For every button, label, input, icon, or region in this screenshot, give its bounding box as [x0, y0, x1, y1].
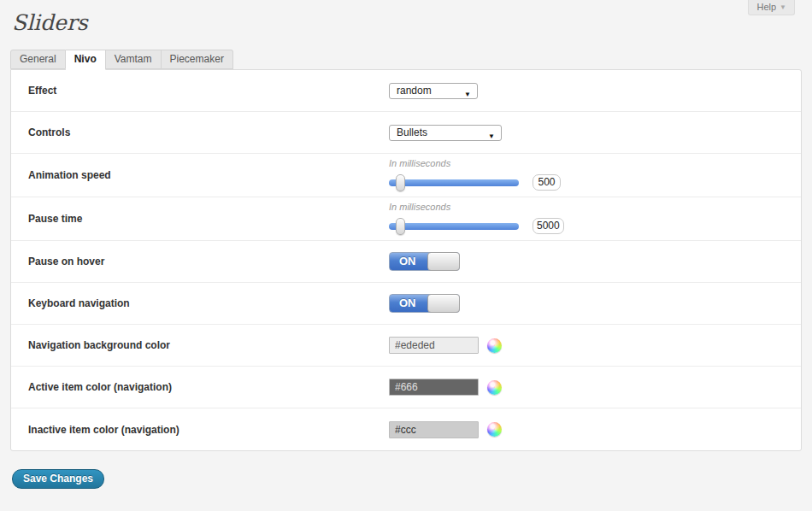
keyboard-navigation-label: Keyboard navigation	[11, 297, 389, 309]
inactive-item-color-label: Inactive item color (navigation)	[11, 424, 389, 436]
controls-select-value: Bullets	[397, 126, 427, 140]
row-effect: Effect random ▼	[11, 70, 801, 112]
row-controls: Controls Bullets ▼	[11, 112, 801, 154]
toggle-knob[interactable]	[427, 294, 460, 313]
nav-background-color-input[interactable]	[389, 337, 479, 354]
slider-handle[interactable]	[396, 218, 405, 235]
pause-time-label: Pause time	[11, 213, 389, 225]
color-wheel-icon[interactable]	[487, 422, 502, 437]
effect-select[interactable]: random ▼	[389, 83, 478, 99]
active-item-color-label: Active item color (navigation)	[11, 381, 389, 393]
toggle-knob[interactable]	[427, 252, 460, 271]
help-button[interactable]: Help▼	[748, 0, 795, 15]
chevron-down-icon: ▼	[780, 3, 786, 11]
pause-time-value: 5000	[533, 218, 564, 234]
inactive-item-color-input[interactable]	[389, 421, 479, 438]
active-item-color-input[interactable]	[389, 379, 479, 396]
slider-handle[interactable]	[396, 174, 405, 191]
pause-on-hover-label: Pause on hover	[11, 256, 389, 267]
effect-select-value: random	[397, 84, 432, 98]
save-changes-button[interactable]: Save Changes	[12, 469, 104, 489]
row-pause-time: Pause time In milliseconds 5000	[11, 197, 801, 241]
animation-speed-label: Animation speed	[11, 169, 389, 181]
color-wheel-icon[interactable]	[487, 338, 502, 353]
color-wheel-icon[interactable]	[487, 380, 502, 395]
tab-general[interactable]: General	[10, 50, 66, 69]
pause-time-slider[interactable]	[389, 223, 519, 230]
tab-bar: General Nivo Vamtam Piecemaker	[10, 50, 233, 69]
select-arrow-icon: ▼	[488, 129, 495, 144]
row-nav-background-color: Navigation background color	[11, 325, 801, 367]
effect-label: Effect	[11, 85, 389, 97]
animation-speed-value: 500	[533, 174, 561, 191]
tab-nivo[interactable]: Nivo	[66, 50, 106, 70]
pause-time-hint: In milliseconds	[389, 202, 564, 212]
page-title: Sliders	[12, 10, 812, 35]
row-keyboard-navigation: Keyboard navigation ON	[11, 283, 801, 325]
row-pause-on-hover: Pause on hover ON	[11, 241, 801, 283]
toggle-on-label: ON	[399, 255, 416, 267]
tab-piecemaker[interactable]: Piecemaker	[162, 50, 233, 69]
row-inactive-item-color: Inactive item color (navigation)	[11, 408, 801, 450]
row-animation-speed: Animation speed In milliseconds 500	[11, 154, 801, 197]
tab-vamtam[interactable]: Vamtam	[106, 50, 162, 69]
select-arrow-icon: ▼	[464, 87, 471, 102]
controls-label: Controls	[11, 126, 389, 138]
row-active-item-color: Active item color (navigation)	[11, 367, 801, 408]
controls-select[interactable]: Bullets ▼	[389, 125, 502, 141]
keyboard-navigation-toggle[interactable]: ON	[389, 294, 460, 313]
animation-speed-hint: In milliseconds	[389, 158, 561, 168]
settings-panel: Effect random ▼ Controls Bullets ▼ Anima…	[10, 69, 802, 451]
pause-on-hover-toggle[interactable]: ON	[389, 252, 460, 271]
animation-speed-slider[interactable]	[389, 179, 519, 186]
nav-background-color-label: Navigation background color	[11, 339, 389, 351]
toggle-on-label: ON	[399, 297, 416, 309]
help-label: Help	[756, 2, 776, 12]
